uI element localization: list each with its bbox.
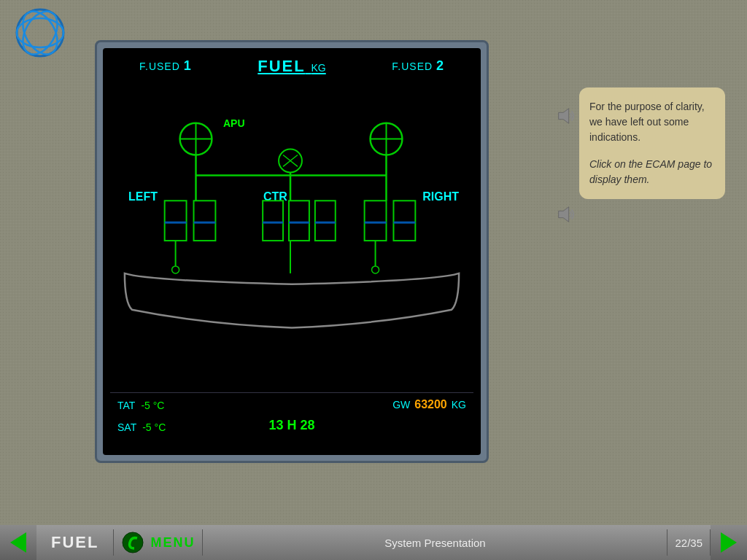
svg-point-39 xyxy=(123,532,143,553)
info-text-1: For the purpose of clarity, we have left… xyxy=(589,99,715,145)
svg-rect-20 xyxy=(194,201,216,241)
svg-rect-18 xyxy=(165,201,187,241)
svg-marker-37 xyxy=(559,109,569,124)
svg-rect-24 xyxy=(289,201,309,241)
svg-rect-28 xyxy=(365,201,387,241)
ecam-diagram xyxy=(103,48,481,455)
bottom-title: FUEL xyxy=(36,533,113,552)
next-arrow-icon xyxy=(721,532,737,553)
svg-marker-38 xyxy=(559,207,569,222)
svg-rect-22 xyxy=(263,201,283,241)
page-counter: 22/35 xyxy=(667,537,710,549)
speaker-icon-2[interactable] xyxy=(555,204,576,228)
gw-unit: KG xyxy=(452,399,466,411)
gw-value: 63200 xyxy=(414,398,447,411)
info-text-2: Click on the ECAM page to display them. xyxy=(589,157,715,187)
gw-section: GW 63200 KG xyxy=(392,398,466,411)
menu-label[interactable]: MENU xyxy=(150,535,195,551)
bottom-bar: FUEL MENU System Presentation 22/35 xyxy=(0,525,747,560)
divider-line xyxy=(110,392,473,393)
sat-label: SAT xyxy=(117,421,136,433)
speaker-icon-1[interactable] xyxy=(555,106,576,129)
tat-value: -5 °C xyxy=(141,400,164,411)
svg-rect-30 xyxy=(393,201,415,241)
gw-label: GW xyxy=(392,399,410,411)
nav-prev-button[interactable] xyxy=(0,525,36,560)
nav-next-button[interactable] xyxy=(711,525,747,560)
tat-label: TAT xyxy=(117,400,135,411)
system-presentation-label: System Presentation xyxy=(203,537,667,549)
company-logo xyxy=(15,7,66,58)
ecam-screen[interactable]: F.USED 1 F.USED 2 FUEL KG LEFT CTR RIGHT… xyxy=(103,48,481,455)
info-box: For the purpose of clarity, we have left… xyxy=(579,88,725,199)
menu-section[interactable]: MENU xyxy=(114,531,202,554)
sat-value: -5 °C xyxy=(142,421,166,433)
menu-c-icon xyxy=(121,531,144,554)
svg-point-35 xyxy=(372,266,379,273)
svg-point-2 xyxy=(16,7,65,58)
svg-point-33 xyxy=(172,266,179,273)
time-display: 13 H 28 xyxy=(268,418,314,433)
svg-point-1 xyxy=(16,7,65,58)
ecam-panel[interactable]: F.USED 1 F.USED 2 FUEL KG LEFT CTR RIGHT… xyxy=(95,40,489,463)
svg-rect-26 xyxy=(315,201,336,241)
prev-arrow-icon xyxy=(10,532,26,553)
